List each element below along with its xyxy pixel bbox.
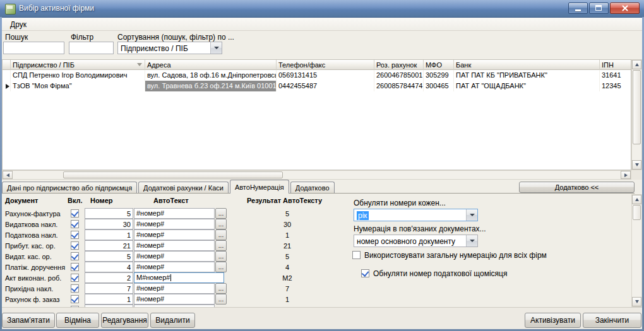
- scroll-up-button[interactable]: [632, 195, 641, 204]
- autotext-input[interactable]: #номер#: [134, 251, 215, 262]
- enabled-checkbox[interactable]: [71, 263, 79, 271]
- autotext-input[interactable]: #номер#: [134, 219, 215, 229]
- company-cell-mfo[interactable]: 300465: [424, 81, 454, 91]
- linked-numbering-combobox[interactable]: номер основного документу: [354, 235, 478, 247]
- company-cell-name[interactable]: СПД Петренко Ігор Володимирович: [11, 70, 145, 81]
- panel-vscroll-thumb[interactable]: [633, 205, 641, 220]
- scroll-up-button[interactable]: [632, 60, 641, 69]
- finish-button[interactable]: Закінчити: [583, 313, 641, 328]
- column-header[interactable]: Роз. рахунок: [374, 60, 424, 70]
- edit-button[interactable]: Редагування: [101, 313, 148, 328]
- scroll-right-button[interactable]: [621, 171, 631, 179]
- panel-vscrollbar[interactable]: [631, 194, 642, 307]
- company-row[interactable]: ТзОВ "Моя Фірма"вул. Травнева б.23 оф.21…: [3, 81, 631, 91]
- scroll-down-button[interactable]: [632, 297, 641, 306]
- autotext-browse-button[interactable]: ...: [215, 208, 227, 219]
- autotext-input[interactable]: #номер#: [134, 294, 215, 305]
- autotext-browse-button[interactable]: ...: [215, 229, 227, 240]
- tab-autonumbering[interactable]: АвтоНумерація: [230, 180, 289, 194]
- company-cell-name[interactable]: ТзОВ "Моя Фірма": [11, 81, 145, 91]
- column-header[interactable]: ІПН: [600, 60, 631, 70]
- number-input[interactable]: [85, 240, 133, 251]
- company-cell-ipn[interactable]: 31641: [600, 70, 631, 81]
- scroll-down-button[interactable]: [632, 160, 641, 170]
- company-row[interactable]: СПД Петренко Ігор Володимировичвул. Садо…: [3, 70, 631, 81]
- company-cell-account[interactable]: 260085784474: [374, 81, 424, 91]
- check-icon: [71, 274, 79, 281]
- number-input[interactable]: [85, 262, 133, 272]
- reset-period-combobox[interactable]: рік: [354, 209, 478, 221]
- sort-combobox-button[interactable]: [210, 42, 222, 54]
- autotext-input[interactable]: #номер#: [134, 262, 215, 272]
- enabled-checkbox[interactable]: [71, 284, 79, 293]
- number-input[interactable]: [85, 219, 133, 229]
- company-cell-ipn[interactable]: 12345: [600, 81, 631, 91]
- column-header[interactable]: Адреса: [145, 60, 277, 70]
- company-cell-bank[interactable]: ПАТ АТ "ОЩАДБАНК": [454, 81, 600, 91]
- enabled-checkbox[interactable]: [71, 295, 79, 303]
- delete-button[interactable]: Видалити: [150, 313, 195, 328]
- enabled-checkbox[interactable]: [71, 209, 79, 218]
- check-icon: [71, 295, 79, 303]
- autotext-browse-button[interactable]: ...: [215, 262, 227, 272]
- autotext-browse-button[interactable]: ...: [215, 283, 227, 294]
- company-cell-bank[interactable]: ПАТ ПАТ КБ "ПРИВАТБАНК": [454, 70, 600, 81]
- remember-button[interactable]: Запам'ятати: [2, 313, 55, 328]
- autotext-input[interactable]: М#номер#: [134, 272, 224, 283]
- autotext-browse-button[interactable]: ...: [215, 219, 227, 229]
- number-input[interactable]: [85, 294, 133, 305]
- number-input[interactable]: [85, 229, 133, 240]
- company-cell-phone[interactable]: 0442455487: [277, 81, 374, 91]
- company-cell-phone[interactable]: 0569131415: [277, 70, 374, 81]
- number-input[interactable]: [85, 272, 133, 283]
- autotext-input[interactable]: #номер#: [134, 229, 215, 240]
- autotext-input[interactable]: #номер#: [134, 208, 215, 219]
- menu-item-print[interactable]: Друк: [7, 20, 30, 30]
- company-cell-address[interactable]: вул. Травнева б.23 оф.214 м.Київ 01001: [145, 81, 277, 91]
- more-button[interactable]: Додатково <<: [519, 182, 635, 193]
- tab-additional[interactable]: Додатково: [290, 182, 335, 193]
- linked-numbering-combobox-button[interactable]: [466, 235, 477, 247]
- filter-input[interactable]: [69, 42, 114, 54]
- autotext-browse-button[interactable]: ...: [215, 294, 227, 305]
- scroll-left-button[interactable]: [3, 171, 13, 179]
- maximize-button[interactable]: [589, 3, 609, 14]
- companies-vscrollbar[interactable]: [631, 59, 642, 170]
- autotext-input[interactable]: #номер#: [134, 283, 215, 294]
- companies-hscroll-thumb[interactable]: [63, 171, 283, 178]
- reset-period-combobox-button[interactable]: [466, 209, 477, 221]
- autotext-value: М#номер#: [136, 274, 170, 281]
- company-cell-mfo[interactable]: 305299: [424, 70, 454, 81]
- tax-reset-checkbox[interactable]: [361, 269, 369, 277]
- autotext-value: #номер#: [136, 252, 164, 260]
- close-button[interactable]: [610, 3, 640, 14]
- autotext-value: #номер#: [136, 231, 164, 238]
- tab-company-data[interactable]: Дані про підприємство або підприємця: [2, 182, 137, 193]
- shared-numbering-checkbox[interactable]: [352, 251, 361, 259]
- companies-hscrollbar[interactable]: [2, 170, 631, 180]
- column-header[interactable]: МФО: [424, 60, 454, 70]
- enabled-checkbox[interactable]: [71, 220, 79, 228]
- column-header[interactable]: Підприємство / ПІБ: [11, 60, 145, 70]
- autotext-input[interactable]: #номер#: [134, 240, 215, 251]
- number-input[interactable]: [85, 283, 133, 294]
- search-input[interactable]: [3, 42, 64, 54]
- enabled-checkbox[interactable]: [71, 241, 79, 250]
- activate-button[interactable]: Активізувати: [525, 313, 581, 328]
- autotext-browse-button[interactable]: ...: [215, 251, 227, 262]
- enabled-checkbox[interactable]: [71, 274, 79, 282]
- tab-extra-accounts[interactable]: Додаткові рахунки / Каси: [138, 182, 229, 193]
- number-input[interactable]: [85, 208, 133, 219]
- number-input[interactable]: [85, 251, 133, 262]
- autotext-browse-button[interactable]: ...: [215, 240, 227, 251]
- minimize-button[interactable]: [568, 3, 588, 14]
- column-header[interactable]: Банк: [454, 60, 600, 70]
- company-cell-account[interactable]: 260046785001: [374, 70, 424, 81]
- enabled-checkbox[interactable]: [71, 252, 79, 260]
- cancel-button[interactable]: Відміна: [56, 313, 99, 328]
- column-header[interactable]: Телефон/факс: [277, 60, 374, 70]
- companies-vscroll-thumb[interactable]: [633, 70, 641, 144]
- enabled-checkbox[interactable]: [71, 231, 79, 239]
- sort-combobox[interactable]: Підприємство / ПІБ: [117, 42, 222, 54]
- company-cell-address[interactable]: вул. Садова, 18 оф.16 м.Дніпропетровськ: [145, 70, 277, 81]
